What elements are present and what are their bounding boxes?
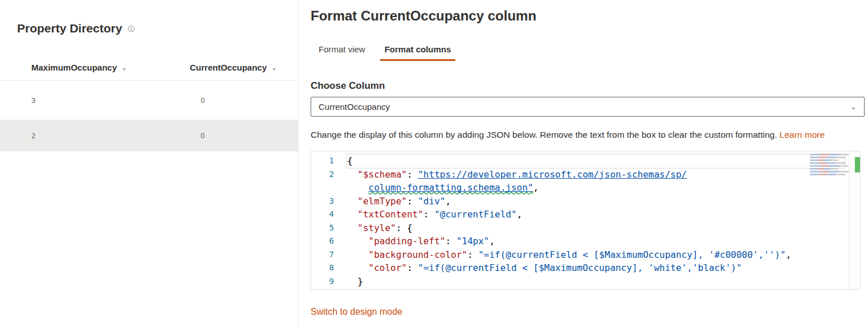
code-line[interactable]: 9 } <box>311 275 860 289</box>
code-lines: 1{2 "$schema": "https://developer.micros… <box>311 151 860 288</box>
minimap-line <box>810 159 838 161</box>
cell-current-occupancy: 0 <box>201 131 205 140</box>
tab-format-columns[interactable]: Format columns <box>380 44 456 61</box>
code-line[interactable]: 2 "$schema": "https://developer.microsof… <box>311 168 860 182</box>
code-text: "style": { <box>347 221 860 235</box>
list-title: Property Directory <box>17 22 122 35</box>
code-text: "elmType": "div", <box>347 195 860 208</box>
code-line[interactable]: 7 "background-color": "=if(@currentField… <box>311 248 860 262</box>
line-number: 8 <box>311 261 347 275</box>
json-code-editor[interactable]: 1{2 "$schema": "https://developer.micros… <box>311 151 861 290</box>
chevron-down-icon[interactable]: ⌄ <box>121 64 127 72</box>
list-header: MaximumOccupancy ⌄ CurrentOccupancy ⌄ <box>0 63 298 81</box>
code-line[interactable]: 1{ <box>311 154 860 168</box>
line-number: 1 <box>311 154 347 168</box>
scrollbar[interactable] <box>849 151 855 289</box>
minimap-line <box>810 171 851 172</box>
code-text: "$schema": "https://developer.microsoft.… <box>347 168 860 182</box>
column-header-label: MaximumOccupancy <box>31 63 117 72</box>
code-text: "color": "=if(@currentField < [$MaximumO… <box>347 261 860 275</box>
schema-url-link[interactable]: "https://developer.microsoft.com/json-sc… <box>418 169 687 180</box>
panel-title: Format CurrentOccupancy column <box>311 8 865 24</box>
table-row-selected[interactable]: 2 0 <box>0 120 298 151</box>
tab-format-view[interactable]: Format view <box>314 44 370 61</box>
minimap[interactable] <box>810 154 851 176</box>
code-line[interactable]: 5 "style": { <box>311 221 860 235</box>
line-number: 7 <box>311 248 347 262</box>
column-header-label: CurrentOccupancy <box>190 63 267 72</box>
line-number <box>311 181 347 195</box>
code-text: "txtContent": "@currentField", <box>347 208 860 221</box>
code-line[interactable]: 4 "txtContent": "@currentField", <box>311 208 860 221</box>
description-text: Change the display of this column by add… <box>311 128 865 141</box>
code-text: "padding-left": "14px", <box>347 235 860 248</box>
overview-ruler-mark <box>855 157 860 172</box>
minimap-line <box>810 165 851 167</box>
code-text: } <box>347 275 860 289</box>
info-icon[interactable]: ⓘ <box>128 24 135 34</box>
cell-maximum-occupancy: 2 <box>31 131 201 140</box>
list-title-row: Property Directory ⓘ <box>0 22 298 35</box>
code-line[interactable]: 8 "color": "=if(@currentField < [$Maximu… <box>311 261 860 275</box>
column-header-maximum-occupancy[interactable]: MaximumOccupancy ⌄ <box>31 63 190 72</box>
learn-more-link[interactable]: Learn more <box>780 130 825 139</box>
column-header-current-occupancy[interactable]: CurrentOccupancy ⌄ <box>190 63 277 72</box>
code-text: column-formatting.schema.json", <box>347 181 860 195</box>
chevron-down-icon[interactable]: ⌄ <box>271 64 277 72</box>
switch-to-design-mode-link[interactable]: Switch to design mode <box>311 307 402 317</box>
code-text: { <box>347 154 845 168</box>
cell-current-occupancy: 0 <box>201 96 205 105</box>
line-number: 4 <box>311 208 347 221</box>
line-number: 5 <box>311 221 347 235</box>
app-root: Property Directory ⓘ MaximumOccupancy ⌄ … <box>0 0 868 329</box>
chevron-down-icon[interactable]: ⌄ <box>850 102 857 111</box>
column-dropdown[interactable]: CurrentOccupancy ⌄ <box>311 97 865 117</box>
choose-column-label: Choose Column <box>311 80 865 92</box>
description-body: Change the display of this column by add… <box>311 130 777 139</box>
column-dropdown-value: CurrentOccupancy <box>319 102 390 112</box>
table-row[interactable]: 3 0 <box>0 81 298 120</box>
line-number: 6 <box>311 235 347 248</box>
minimap-line <box>810 168 838 170</box>
minimap-line <box>810 174 846 175</box>
minimap-line <box>810 154 851 155</box>
format-column-panel: Format CurrentOccupancy column Format vi… <box>299 0 868 329</box>
schema-url-link[interactable]: column-formatting.schema.json" <box>369 182 533 193</box>
minimap-line <box>810 162 846 164</box>
line-number: 2 <box>311 168 347 182</box>
code-line[interactable]: 3 "elmType": "div", <box>311 195 860 208</box>
pivot-tabs: Format view Format columns <box>314 44 865 61</box>
minimap-line <box>810 157 846 158</box>
list-pane: Property Directory ⓘ MaximumOccupancy ⌄ … <box>0 0 299 329</box>
code-line[interactable]: 6 "padding-left": "14px", <box>311 235 860 248</box>
line-number: 9 <box>311 275 347 289</box>
code-line[interactable]: column-formatting.schema.json", <box>311 181 860 195</box>
line-number: 3 <box>311 195 347 208</box>
code-text: "background-color": "=if(@currentField <… <box>347 248 860 262</box>
cell-maximum-occupancy: 3 <box>31 96 201 105</box>
